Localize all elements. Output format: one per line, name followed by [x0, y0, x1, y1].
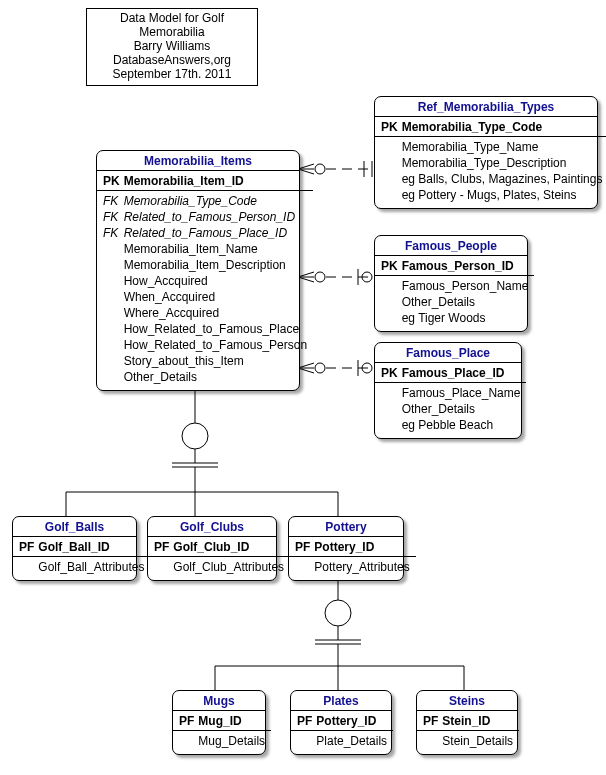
attr-name: Stein_ID [442, 713, 513, 729]
attr-key [103, 289, 120, 305]
attr-name: eg Tiger Woods [402, 310, 529, 326]
attr-name: Related_to_Famous_Person_ID [124, 209, 307, 225]
attr-name: eg Pebble Beach [402, 417, 521, 433]
attr-name: Plate_Details [316, 733, 387, 749]
attr-name: How_Accquired [124, 273, 307, 289]
attr-name: Famous_Person_Name [402, 278, 529, 294]
attr-key [103, 305, 120, 321]
attr-key: PK [381, 258, 398, 274]
diagram-canvas: Data Model for Golf Memorabilia Barry Wi… [0, 0, 606, 775]
entity-body: PF Stein_IDStein_Details [417, 711, 517, 754]
entity-title: Golf_Clubs [148, 517, 276, 537]
attr-key [19, 559, 34, 575]
attr-name: Mug_Details [198, 733, 265, 749]
entity-golf-clubs: Golf_Clubs PF Golf_Club_IDGolf_Club_Attr… [147, 516, 277, 581]
attr-key [381, 278, 398, 294]
entity-golf-balls: Golf_Balls PF Golf_Ball_IDGolf_Ball_Attr… [12, 516, 137, 581]
entity-body: PF Pottery_IDPlate_Details [291, 711, 391, 754]
attr-key [103, 337, 120, 353]
attr-key [423, 733, 438, 749]
attr-key [103, 369, 120, 385]
attr-key [103, 273, 120, 289]
attr-key [295, 559, 310, 575]
entity-title: Famous_People [375, 236, 527, 256]
header-line2: Barry Williams [91, 39, 253, 53]
attr-key: FK [103, 225, 120, 241]
attr-name: Pottery_Attributes [314, 559, 409, 575]
attr-name: Golf_Ball_ID [38, 539, 144, 555]
header-line4: September 17th. 2011 [91, 67, 253, 81]
diagram-header: Data Model for Golf Memorabilia Barry Wi… [86, 8, 258, 86]
svg-point-32 [325, 600, 351, 626]
attr-name: Memorabilia_Type_Code [124, 193, 307, 209]
attr-key [103, 241, 120, 257]
attr-name: Other_Details [124, 369, 307, 385]
entity-body: PKFKFKFK Memorabilia_Item_IDMemorabilia_… [97, 171, 299, 390]
attr-key: PF [423, 713, 438, 729]
attr-key: PF [297, 713, 312, 729]
attr-name: How_Related_to_Famous_Person [124, 337, 307, 353]
attr-name: Stein_Details [442, 733, 513, 749]
entity-body: PF Pottery_IDPottery_Attributes [289, 537, 403, 580]
attr-key [381, 401, 398, 417]
header-line3: DatabaseAnswers,org [91, 53, 253, 67]
attr-name: Memorabilia_Type_Code [402, 119, 603, 135]
attr-name: eg Pottery - Mugs, Plates, Steins [402, 187, 603, 203]
attr-name: Memorabilia_Item_Description [124, 257, 307, 273]
attr-name: Memorabilia_Type_Description [402, 155, 603, 171]
attr-key [381, 139, 398, 155]
attr-name: Story_about_this_Item [124, 353, 307, 369]
entity-memorabilia-items: Memorabilia_Items PKFKFKFK Memorabilia_I… [96, 150, 300, 391]
attr-name: Other_Details [402, 401, 521, 417]
attr-name: Famous_Place_Name [402, 385, 521, 401]
attr-name: Related_to_Famous_Place_ID [124, 225, 307, 241]
entity-pottery: Pottery PF Pottery_IDPottery_Attributes [288, 516, 404, 581]
attr-key [103, 353, 120, 369]
entity-body: PF Golf_Club_IDGolf_Club_Attributes [148, 537, 276, 580]
attr-key: PF [154, 539, 169, 555]
entity-title: Golf_Balls [13, 517, 136, 537]
svg-line-0 [298, 164, 314, 169]
entity-body: PF Golf_Ball_IDGolf_Ball_Attributes [13, 537, 136, 580]
attr-name: eg Balls, Clubs, Magazines, Paintings [402, 171, 603, 187]
svg-point-19 [362, 363, 372, 373]
entity-title: Plates [291, 691, 391, 711]
attr-name: Golf_Club_Attributes [173, 559, 284, 575]
entity-steins: Steins PF Stein_IDStein_Details [416, 690, 518, 755]
attr-name: Other_Details [402, 294, 529, 310]
attr-name: Memorabilia_Item_Name [124, 241, 307, 257]
svg-point-22 [182, 423, 208, 449]
attr-name: Memorabilia_Type_Name [402, 139, 603, 155]
entity-title: Mugs [173, 691, 265, 711]
attr-key [381, 385, 398, 401]
entity-title: Pottery [289, 517, 403, 537]
attr-key [381, 155, 398, 171]
entity-mugs: Mugs PF Mug_IDMug_Details [172, 690, 266, 755]
attr-key: PK [381, 119, 398, 135]
attr-key [381, 187, 398, 203]
attr-name: Golf_Ball_Attributes [38, 559, 144, 575]
svg-point-3 [315, 164, 325, 174]
attr-key [297, 733, 312, 749]
attr-name: Famous_Place_ID [402, 365, 521, 381]
attr-key [381, 294, 398, 310]
entity-ref-memorabilia-types: Ref_Memorabilia_Types PK Memorabilia_Typ… [374, 96, 598, 209]
svg-point-17 [315, 363, 325, 373]
attr-key: PF [295, 539, 310, 555]
attr-key [154, 559, 169, 575]
attr-key [381, 417, 398, 433]
entity-famous-place: Famous_Place PK Famous_Place_IDFamous_Pl… [374, 342, 522, 439]
entity-title: Famous_Place [375, 343, 521, 363]
attr-name: Famous_Person_ID [402, 258, 529, 274]
attr-name: Mug_ID [198, 713, 265, 729]
attr-name: How_Related_to_Famous_Place [124, 321, 307, 337]
attr-name: Where_Accquired [124, 305, 307, 321]
attr-key: FK [103, 209, 120, 225]
attr-name: When_Accquired [124, 289, 307, 305]
attr-name: Pottery_ID [314, 539, 409, 555]
entity-title: Steins [417, 691, 517, 711]
entity-title: Ref_Memorabilia_Types [375, 97, 597, 117]
header-line1: Data Model for Golf Memorabilia [91, 11, 253, 39]
attr-key [381, 171, 398, 187]
entity-body: PK Famous_Place_IDFamous_Place_NameOther… [375, 363, 521, 438]
